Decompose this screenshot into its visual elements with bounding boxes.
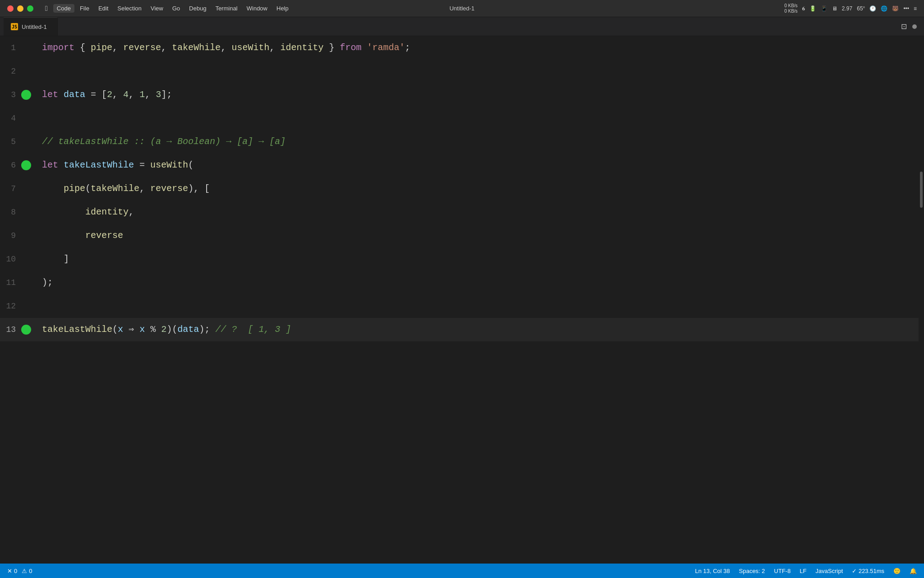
iphone-icon: 📱 bbox=[821, 5, 827, 12]
title-bar:  Code File Edit Selection View Go Debug… bbox=[0, 0, 924, 17]
title-bar-right: 0 KB/s 0 KB/s 𝟔 🔋 📱 🖥 2.97 65° 🕐 🌐 🐻 •••… bbox=[784, 3, 917, 14]
error-count: 0 bbox=[14, 568, 17, 574]
no-breakpoint-8 bbox=[21, 207, 31, 217]
code-line-8: 8 identity, bbox=[0, 200, 919, 224]
system-info: 0 KB/s 0 KB/s 𝟔 🔋 📱 🖥 2.97 65° 🕐 🌐 🐻 •••… bbox=[784, 3, 917, 14]
file-encoding[interactable]: UTF-8 bbox=[774, 568, 791, 574]
code-text-3: let data = [2, 4, 1, 3]; bbox=[35, 83, 172, 107]
code-text-6: let takeLastWhile = useWith( bbox=[35, 154, 194, 177]
cursor-position[interactable]: Ln 13, Col 38 bbox=[695, 568, 730, 574]
minimize-button[interactable] bbox=[17, 5, 23, 12]
code-line-4: 4 bbox=[0, 107, 919, 130]
no-breakpoint-12 bbox=[21, 301, 31, 311]
scrollbar-track[interactable] bbox=[919, 36, 924, 564]
close-button[interactable] bbox=[7, 5, 14, 12]
menu-terminal[interactable]: Terminal bbox=[212, 4, 241, 13]
language-mode[interactable]: JavaScript bbox=[816, 568, 843, 574]
code-text-1: import { pipe, reverse, takeWhile, useWi… bbox=[35, 36, 410, 60]
tab-label: Untitled-1 bbox=[22, 23, 47, 30]
no-breakpoint-1 bbox=[21, 43, 31, 53]
no-breakpoint-9 bbox=[21, 231, 31, 241]
network-up: 0 KB/s bbox=[784, 3, 797, 9]
menu-selection[interactable]: Selection bbox=[114, 4, 145, 13]
apple-menu[interactable]:  bbox=[42, 4, 51, 14]
no-breakpoint-10 bbox=[21, 254, 31, 264]
status-dot-icon bbox=[912, 24, 917, 29]
network-down: 0 KB/s bbox=[784, 9, 797, 14]
no-breakpoint-4 bbox=[21, 113, 31, 123]
status-bar: ✕ 0 ⚠ 0 Ln 13, Col 38 Spaces: 2 UTF-8 LF… bbox=[0, 564, 924, 578]
breakpoint-6 bbox=[21, 160, 31, 170]
temperature: 65° bbox=[857, 5, 865, 12]
code-text-10: ] bbox=[35, 247, 69, 271]
code-line-7: 7 pipe(takeWhile, reverse), [ bbox=[0, 177, 919, 200]
code-line-9: 9 reverse bbox=[0, 224, 919, 247]
tab-right-icons: ⊡ bbox=[901, 17, 924, 36]
code-content[interactable]: 1 import { pipe, reverse, takeWhile, use… bbox=[0, 36, 919, 564]
clock-icon: 🕐 bbox=[869, 5, 876, 12]
code-line-5: 5 // takeLastWhile :: (a → Boolean) → [a… bbox=[0, 130, 919, 154]
tab-bar: JS Untitled-1 ⊡ bbox=[0, 17, 924, 36]
feedback-icon[interactable]: 🙂 bbox=[893, 568, 901, 574]
warning-count: 0 bbox=[29, 568, 32, 574]
code-text-5: // takeLastWhile :: (a → Boolean) → [a] … bbox=[35, 130, 286, 154]
menu-edit[interactable]: Edit bbox=[95, 4, 112, 13]
scrollbar-thumb[interactable] bbox=[920, 172, 923, 208]
code-line-2: 2 bbox=[0, 60, 919, 83]
wifi-icon: 𝟔 bbox=[802, 5, 805, 12]
notification-icon[interactable]: 🔔 bbox=[910, 568, 917, 574]
split-editor-icon[interactable]: ⊡ bbox=[901, 22, 907, 31]
cpu-usage: 2.97 bbox=[842, 5, 852, 12]
code-line-10: 10 ] bbox=[0, 247, 919, 271]
more-icon[interactable]: ••• bbox=[903, 5, 909, 12]
no-breakpoint-11 bbox=[21, 278, 31, 288]
breakpoint-13 bbox=[21, 325, 31, 335]
editor-area: 1 import { pipe, reverse, takeWhile, use… bbox=[0, 36, 924, 564]
menu-file[interactable]: File bbox=[76, 4, 93, 13]
code-line-6: 6 let takeLastWhile = useWith( bbox=[0, 154, 919, 177]
menu-bar:  Code File Edit Selection View Go Debug… bbox=[42, 4, 292, 14]
menu-window[interactable]: Window bbox=[243, 4, 271, 13]
code-text-11: ); bbox=[35, 271, 53, 294]
code-text-9: reverse bbox=[35, 224, 123, 247]
finder-icon: 🐻 bbox=[892, 5, 899, 12]
network-speed: 0 KB/s 0 KB/s bbox=[784, 3, 797, 14]
no-breakpoint-5 bbox=[21, 137, 31, 147]
error-icon: ✕ bbox=[7, 568, 12, 574]
status-right: Ln 13, Col 38 Spaces: 2 UTF-8 LF JavaScr… bbox=[695, 568, 917, 574]
code-text-7: pipe(takeWhile, reverse), [ bbox=[35, 177, 210, 200]
battery-icon: 🔋 bbox=[809, 5, 816, 12]
spaces-setting[interactable]: Spaces: 2 bbox=[739, 568, 765, 574]
line-ending[interactable]: LF bbox=[799, 568, 806, 574]
traffic-lights bbox=[7, 5, 33, 12]
timing: ✓ 223.51ms bbox=[852, 568, 884, 574]
window-title: Untitled-1 bbox=[449, 5, 475, 12]
breakpoint-3 bbox=[21, 90, 31, 100]
warning-icon: ⚠ bbox=[22, 568, 27, 574]
maximize-button[interactable] bbox=[27, 5, 33, 12]
menu-view[interactable]: View bbox=[147, 4, 167, 13]
display-icon: 🖥 bbox=[832, 5, 837, 12]
tab-untitled-1[interactable]: JS Untitled-1 bbox=[4, 17, 58, 36]
no-breakpoint-2 bbox=[21, 66, 31, 76]
code-text-8: identity, bbox=[35, 200, 134, 224]
code-line-1: 1 import { pipe, reverse, takeWhile, use… bbox=[0, 36, 919, 60]
menu-debug[interactable]: Debug bbox=[185, 4, 210, 13]
js-icon: JS bbox=[11, 23, 18, 30]
list-icon[interactable]: ≡ bbox=[914, 5, 917, 12]
status-errors[interactable]: ✕ 0 ⚠ 0 bbox=[7, 568, 32, 574]
menu-code[interactable]: Code bbox=[53, 4, 74, 13]
code-line-11: 11 ); bbox=[0, 271, 919, 294]
code-line-12: 12 bbox=[0, 294, 919, 318]
menu-help[interactable]: Help bbox=[273, 4, 292, 13]
globe-icon: 🌐 bbox=[881, 5, 887, 12]
no-breakpoint-7 bbox=[21, 184, 31, 194]
code-line-13: 13 takeLastWhile(x ⇒ x % 2)(data); // ? … bbox=[0, 318, 919, 341]
code-text-13: takeLastWhile(x ⇒ x % 2)(data); // ? [ 1… bbox=[35, 318, 291, 341]
menu-go[interactable]: Go bbox=[169, 4, 184, 13]
title-bar-left:  Code File Edit Selection View Go Debug… bbox=[7, 4, 292, 14]
code-line-3: 3 let data = [2, 4, 1, 3]; bbox=[0, 83, 919, 107]
